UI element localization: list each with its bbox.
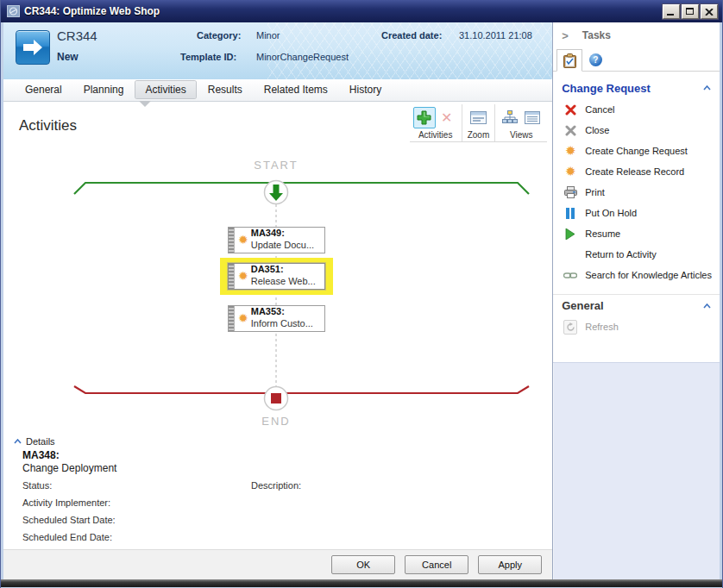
description-label: Description: [251, 480, 301, 491]
form-tabbar: General Planning Activities Results Rela… [3, 79, 552, 101]
dialog-buttonbar: OK Cancel Apply [3, 549, 552, 579]
zoom-control-icon[interactable] [467, 107, 489, 128]
pause-icon [563, 206, 577, 220]
tab-activities[interactable]: Activities [135, 81, 195, 98]
task-label: Return to Activity [585, 249, 657, 260]
section-header-change-request[interactable]: Change Request [553, 77, 720, 99]
details-activity-name: Change Deployment [22, 462, 116, 474]
form-header-banner: CR344 New Category: Minor Template ID: M… [3, 22, 552, 79]
window-title: CR344: Optimize Web Shop [24, 5, 661, 17]
task-label: Create Change Request [585, 146, 688, 156]
chevron-up-icon[interactable] [703, 303, 711, 309]
record-id: CR344 [57, 28, 97, 43]
task-label: Refresh [585, 322, 619, 332]
details-label: Details [26, 436, 55, 447]
starburst-icon: ✹ [563, 165, 577, 178]
task-create-change-request[interactable]: ✹ Create Change Request [553, 141, 720, 161]
category-value: Minor [256, 30, 280, 41]
task-label: Put On Hold [585, 208, 637, 218]
toolbar-group-label: Activities [417, 129, 454, 141]
flow-end-label: END [224, 415, 328, 428]
created-date-value: 31.10.2011 21:08 [459, 30, 532, 41]
activity-box-ma349[interactable]: ✹ MA349: Update Docu... [228, 227, 325, 253]
activity-name: Release Web... [251, 276, 316, 288]
task-create-release-record[interactable]: ✹ Create Release Record [553, 161, 720, 182]
tab-general[interactable]: General [16, 81, 72, 98]
minimize-button[interactable] [663, 4, 680, 19]
cancel-x-icon [563, 103, 577, 116]
tasks-panel-empty-area [553, 362, 720, 579]
selected-tab-notch [139, 101, 151, 107]
scheduled-start-date-label: Scheduled Start Date: [22, 515, 116, 525]
tab-planning[interactable]: Planning [74, 81, 134, 98]
starburst-icon: ✹ [563, 144, 577, 158]
drag-grip[interactable] [229, 306, 235, 331]
toolbar-group-zoom: Zoom [462, 104, 495, 141]
activity-star-icon: ✹ [238, 269, 248, 283]
tab-history[interactable]: History [340, 81, 391, 98]
tab-results[interactable]: Results [198, 81, 252, 98]
refresh-icon [563, 320, 577, 334]
page-title: Activities [19, 117, 77, 134]
ok-button[interactable]: OK [331, 555, 395, 574]
change-request-window: CR344: Optimize Web Shop CR344 New Categ… [0, 0, 723, 588]
tasks-tab[interactable] [556, 49, 582, 72]
help-icon: ? [589, 53, 602, 66]
details-activity-id: MA348: [22, 449, 60, 461]
activity-star-icon: ✹ [238, 311, 248, 325]
add-activity-button[interactable] [413, 107, 436, 128]
activity-id: MA353: [251, 306, 313, 318]
drag-grip[interactable] [229, 264, 235, 289]
toolbar-group-label: Zoom [466, 129, 492, 141]
drag-grip[interactable] [229, 228, 235, 253]
activity-box-da351[interactable]: ✹ DA351: Release Web... [228, 263, 325, 290]
collapse-panel-icon[interactable]: > [562, 29, 569, 42]
close-button[interactable] [701, 4, 718, 19]
tasks-panel: > Tasks ? [552, 22, 720, 579]
tab-related-items[interactable]: Related Items [255, 81, 337, 98]
toolbar-group-label: Views [508, 129, 535, 141]
maximize-button[interactable] [682, 4, 699, 19]
cancel-button[interactable]: Cancel [405, 555, 468, 574]
task-print[interactable]: Print [553, 182, 720, 203]
task-put-on-hold[interactable]: Put On Hold [553, 203, 720, 223]
link-icon [563, 268, 577, 282]
list-view-icon[interactable] [521, 107, 544, 128]
section-header-general[interactable]: General [553, 294, 720, 316]
task-close[interactable]: Close [553, 120, 720, 141]
scheduled-end-date-label: Scheduled End Date: [22, 532, 112, 542]
help-tab[interactable]: ? [582, 48, 608, 71]
close-x-icon [563, 123, 577, 137]
activity-name: Update Docu... [251, 240, 314, 252]
status-label: Status: [22, 480, 52, 491]
activities-toolbar: ✕ Activities [410, 104, 548, 142]
chevron-up-icon[interactable] [703, 85, 711, 91]
task-search-knowledge-articles[interactable]: Search for Knowledge Articles [553, 265, 720, 285]
activity-name: Inform Custo... [251, 318, 313, 330]
task-return-to-activity[interactable]: Return to Activity [553, 244, 720, 265]
section-title: General [562, 299, 703, 312]
template-id-label: Template ID: [180, 52, 236, 62]
change-request-icon [16, 30, 50, 65]
category-label: Category: [197, 30, 241, 41]
task-refresh: Refresh [553, 316, 720, 337]
template-id-value: MinorChangeRequest [256, 52, 349, 62]
apply-button[interactable]: Apply [478, 555, 542, 574]
task-cancel[interactable]: Cancel [553, 99, 720, 120]
task-resume[interactable]: Resume [553, 223, 720, 244]
task-label: Close [585, 125, 609, 135]
titlebar: CR344: Optimize Web Shop [1, 0, 722, 22]
activity-id: MA349: [251, 228, 314, 240]
printer-icon [563, 185, 577, 199]
details-collapse-toggle[interactable]: Details [14, 436, 55, 447]
record-status: New [57, 51, 79, 63]
window-bottom-frame [1, 579, 722, 587]
tasks-panel-title: Tasks [582, 29, 611, 41]
toolbar-group-activities: ✕ Activities [410, 104, 462, 141]
diagram-view-icon[interactable] [499, 107, 521, 128]
activity-box-ma353[interactable]: ✹ MA353: Inform Custo... [228, 305, 325, 332]
tasks-tab-strip: ? [553, 48, 720, 72]
created-date-label: Created date: [381, 30, 442, 41]
task-label: Cancel [585, 104, 614, 115]
task-label: Print [585, 187, 605, 197]
